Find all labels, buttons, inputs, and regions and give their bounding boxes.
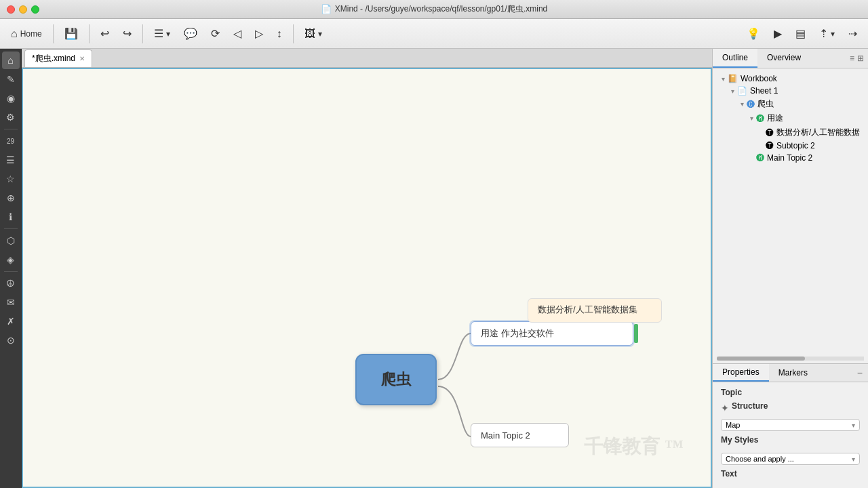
dock-home-icon: ⌂ bbox=[7, 55, 13, 66]
map-row: Map ▾ bbox=[721, 419, 860, 431]
export-button[interactable]: ⇢ bbox=[843, 24, 863, 43]
watermark: 千锋教育 ™ bbox=[584, 434, 684, 460]
tab-close-button[interactable]: ✕ bbox=[79, 55, 85, 62]
insert-button[interactable]: ☰ ▾ bbox=[149, 24, 176, 43]
properties-tab[interactable]: Properties bbox=[713, 364, 769, 382]
minimize-props-button[interactable]: − bbox=[857, 367, 868, 378]
workbook-arrow: ▾ bbox=[718, 75, 728, 83]
comment-button[interactable]: 💬 bbox=[178, 24, 203, 43]
tree-sheet1[interactable]: ▾ 📄 Sheet 1 bbox=[713, 85, 868, 97]
redo-icon: ↪ bbox=[123, 27, 132, 40]
tree-workbook[interactable]: ▾ 📔 Workbook bbox=[713, 73, 868, 85]
tree-main-topic-2[interactable]: 🅜 Main Topic 2 bbox=[713, 152, 868, 164]
main-topic-2-tree-label: Main Topic 2 bbox=[767, 153, 812, 163]
choose-select[interactable]: Choose and apply ... ▾ bbox=[721, 453, 860, 465]
outline-tab[interactable]: Outline bbox=[713, 49, 757, 68]
subtopic-node[interactable]: 数据分析/人工智能数据集 bbox=[528, 298, 662, 323]
sheet1-label: Sheet 1 bbox=[750, 86, 778, 96]
dock-separator bbox=[4, 129, 18, 129]
dock-style[interactable]: ◉ bbox=[2, 89, 20, 107]
maximize-button[interactable] bbox=[31, 5, 39, 14]
overview-tab[interactable]: Overview bbox=[757, 49, 810, 68]
outline-scrollbar[interactable] bbox=[717, 357, 864, 361]
tree-yongtuo[interactable]: ▾ 🅜 用途 bbox=[713, 111, 868, 125]
list-view-icon[interactable]: ≡ bbox=[850, 54, 854, 63]
sync-button[interactable]: ⟳ bbox=[205, 24, 225, 43]
crawler-label: 爬虫 bbox=[757, 98, 774, 110]
grid-view-icon[interactable]: ⊞ bbox=[857, 54, 864, 63]
window-controls bbox=[7, 5, 39, 14]
structure-icon: ✦ bbox=[721, 403, 729, 413]
dock-add[interactable]: ⊕ bbox=[2, 189, 20, 207]
dock-star[interactable]: ☆ bbox=[2, 170, 20, 188]
gantt-button[interactable]: ▤ bbox=[790, 24, 811, 43]
topic-node-label: 用途 作为社交软件 bbox=[481, 327, 554, 340]
close-button[interactable] bbox=[7, 5, 15, 14]
nav-back-button[interactable]: ◁ bbox=[228, 24, 247, 43]
tree-subtopic2[interactable]: 🅣 Subtopic 2 bbox=[713, 140, 868, 152]
subtopic2-label: Subtopic 2 bbox=[776, 141, 815, 150]
center-node[interactable]: 爬虫 bbox=[355, 354, 437, 405]
active-tab[interactable]: *爬虫.xmind ✕ bbox=[24, 49, 92, 67]
toolbar-separator bbox=[53, 24, 54, 43]
crawler-arrow: ▾ bbox=[737, 100, 747, 108]
outline-tree[interactable]: ▾ 📔 Workbook ▾ 📄 Sheet 1 ▾ 🅒 爬虫 ▾ 🅜 bbox=[713, 68, 868, 354]
dock-circle[interactable]: ⊙ bbox=[2, 331, 20, 349]
dock-message[interactable]: ☮ bbox=[2, 274, 20, 292]
bulb-button[interactable]: 💡 bbox=[741, 24, 766, 43]
share-button[interactable]: ⇡ ▾ bbox=[814, 24, 840, 43]
title-bar: 📄 XMind - /Users/guye/workspace/qf/lesso… bbox=[0, 0, 868, 19]
toolbar-right: 💡 ▶ ▤ ⇡ ▾ ⇢ bbox=[741, 24, 863, 43]
dock-home[interactable]: ⌂ bbox=[2, 52, 20, 69]
topic-green-bar bbox=[634, 324, 638, 343]
present-icon: ▶ bbox=[774, 27, 782, 40]
topic-node[interactable]: 用途 作为社交软件 bbox=[471, 321, 633, 346]
map-select[interactable]: Map ▾ bbox=[721, 419, 860, 431]
main-topic-2-icon: 🅜 bbox=[756, 153, 764, 163]
save-button[interactable]: 💾 bbox=[59, 24, 83, 43]
yongtuo-label: 用途 bbox=[767, 113, 783, 124]
home-button[interactable]: ⌂ Home bbox=[5, 25, 47, 43]
dock-close[interactable]: ✗ bbox=[2, 312, 20, 330]
present-button[interactable]: ▶ bbox=[768, 24, 787, 43]
window-title: XMind - /Users/guye/workspace/qf/lesson/… bbox=[335, 3, 547, 15]
dock-hexagon[interactable]: ⬡ bbox=[2, 232, 20, 249]
nav-alt-icon: ↕ bbox=[277, 28, 282, 40]
nav-fwd-icon: ▷ bbox=[255, 27, 263, 40]
dock-calendar[interactable]: 29 bbox=[2, 132, 20, 150]
dock-circle-icon: ⊙ bbox=[7, 335, 15, 346]
nav-alt-button[interactable]: ↕ bbox=[271, 25, 288, 43]
subtopic2-icon: 🅣 bbox=[766, 141, 774, 150]
save-icon: 💾 bbox=[64, 27, 78, 40]
undo-button[interactable]: ↩ bbox=[95, 24, 115, 43]
dock-separator-3 bbox=[4, 271, 18, 272]
structure-section: ✦ Structure bbox=[721, 401, 860, 415]
dock-info[interactable]: ℹ bbox=[2, 208, 20, 226]
structure-label: Structure bbox=[732, 401, 768, 411]
canvas-area[interactable]: 爬虫 用途 作为社交软件 数据分析/人工智能数据集 Main Topic 2 千… bbox=[22, 68, 712, 488]
export-icon: ⇢ bbox=[848, 27, 857, 40]
dock-mail[interactable]: ✉ bbox=[2, 293, 20, 311]
tree-subtopic1[interactable]: 🅣 数据分析/人工智能数据 bbox=[713, 125, 868, 140]
title-text: 📄 XMind - /Users/guye/workspace/qf/lesso… bbox=[321, 3, 547, 15]
dock-edit[interactable]: ✎ bbox=[2, 70, 20, 88]
dock-menu-icon: ☰ bbox=[6, 155, 15, 165]
home-label: Home bbox=[20, 29, 42, 39]
dock-pattern[interactable]: ◈ bbox=[2, 251, 20, 268]
toolbar-separator-3 bbox=[142, 24, 143, 43]
dock-settings[interactable]: ⚙ bbox=[2, 108, 20, 126]
prop-content: Topic ✦ Structure Map ▾ My Styles bbox=[713, 382, 868, 488]
prop-tabs: Properties Markers − bbox=[713, 364, 868, 382]
image-button[interactable]: 🖼 ▾ bbox=[299, 25, 328, 43]
choose-select-value: Choose and apply ... bbox=[726, 455, 794, 463]
nav-fwd-button[interactable]: ▷ bbox=[250, 24, 269, 43]
main-topic-2-node[interactable]: Main Topic 2 bbox=[471, 423, 569, 447]
redo-button[interactable]: ↪ bbox=[117, 24, 137, 43]
markers-tab[interactable]: Markers bbox=[769, 365, 817, 381]
subtopic1-label: 数据分析/人工智能数据 bbox=[776, 127, 860, 138]
outline-scrollbar-thumb bbox=[717, 357, 805, 361]
tree-crawler[interactable]: ▾ 🅒 爬虫 bbox=[713, 97, 868, 111]
comment-icon: 💬 bbox=[184, 27, 197, 40]
dock-menu[interactable]: ☰ bbox=[2, 151, 20, 169]
minimize-button[interactable] bbox=[19, 5, 27, 14]
